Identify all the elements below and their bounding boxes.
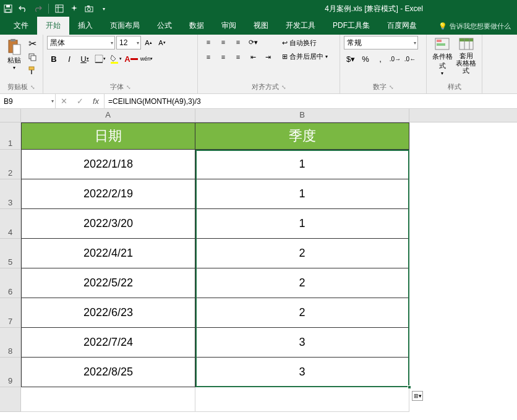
percent-format-icon[interactable]: % (359, 52, 372, 66)
col-header-b[interactable]: B (195, 109, 409, 122)
svg-rect-3 (56, 5, 63, 12)
align-bottom-icon[interactable]: ≡ (231, 36, 245, 48)
header-cell-quarter[interactable]: 季度 (195, 122, 409, 150)
tell-me-search[interactable]: 💡 告诉我您想要做什么 (432, 18, 517, 35)
tab-home[interactable]: 开始 (37, 17, 69, 35)
name-box[interactable]: B9▾ (0, 94, 56, 108)
data-cell[interactable]: 1 (195, 209, 409, 239)
tab-insert[interactable]: 插入 (69, 17, 101, 35)
row-header[interactable]: 4 (0, 209, 21, 239)
row-header[interactable]: 5 (0, 239, 21, 268)
row-header[interactable]: 8 (0, 328, 21, 358)
row-header[interactable]: 7 (0, 298, 21, 328)
decrease-indent-icon[interactable]: ⇤ (246, 51, 260, 63)
tab-baidu[interactable]: 百度网盘 (378, 17, 425, 35)
data-cell[interactable]: 2022/6/23 (21, 298, 195, 328)
data-cell[interactable]: 2 (195, 268, 409, 298)
select-all-corner[interactable] (0, 109, 21, 122)
row-header[interactable]: 6 (0, 268, 21, 298)
data-cell[interactable]: 3 (195, 328, 409, 358)
fill-handle[interactable] (408, 385, 411, 389)
data-cell[interactable]: 2022/4/21 (21, 239, 195, 268)
tab-file[interactable]: 文件 (5, 17, 37, 35)
align-center-icon[interactable]: ≡ (216, 51, 230, 63)
font-launcher-icon[interactable]: ⤡ (126, 84, 131, 90)
font-color-button[interactable]: A (124, 52, 138, 66)
alignment-launcher-icon[interactable]: ⤡ (281, 84, 286, 90)
data-cell[interactable]: 2 (195, 298, 409, 328)
align-right-icon[interactable]: ≡ (231, 51, 245, 63)
clipboard-launcher-icon[interactable]: ⤡ (30, 84, 35, 90)
italic-button[interactable]: I (62, 52, 76, 66)
font-size-combo[interactable]: 12▾ (116, 36, 141, 49)
data-cell[interactable]: 1 (195, 179, 409, 209)
data-cell[interactable]: 2022/3/20 (21, 209, 195, 239)
row-header[interactable]: 2 (0, 150, 21, 179)
tab-review[interactable]: 审阅 (213, 17, 245, 35)
cut-icon[interactable]: ✂ (26, 37, 38, 49)
conditional-format-button[interactable]: 条件格式▾ (430, 36, 455, 78)
worksheet-grid[interactable]: A B 1 日期 季度 2 2022/1/18 1 3 2022/2/19 1 … (0, 109, 517, 412)
paste-button[interactable]: 粘贴 ▾ (4, 36, 25, 78)
increase-font-icon[interactable]: A▴ (142, 36, 155, 49)
decrease-font-icon[interactable]: A▾ (156, 36, 168, 49)
number-launcher-icon[interactable]: ⤡ (389, 84, 394, 90)
increase-indent-icon[interactable]: ⇥ (261, 51, 275, 63)
align-middle-icon[interactable]: ≡ (216, 36, 230, 48)
header-cell-date[interactable]: 日期 (21, 122, 195, 150)
phonetic-button[interactable]: wén▾ (140, 52, 153, 66)
fx-icon[interactable]: fx (88, 96, 104, 106)
borders-button[interactable]: ▾ (93, 52, 107, 66)
undo-icon[interactable] (17, 3, 28, 14)
data-cell[interactable]: 2022/2/19 (21, 179, 195, 209)
autofill-options-icon[interactable]: ⊞▾ (412, 391, 423, 401)
number-format-combo[interactable]: 常规▾ (344, 36, 418, 49)
data-cell[interactable]: 2022/7/24 (21, 328, 195, 358)
font-name-combo[interactable]: 黑体▾ (47, 36, 115, 49)
camera-icon[interactable] (83, 3, 95, 14)
sparkle-icon[interactable] (69, 3, 80, 14)
quick-access-toolbar: ▾ (2, 3, 109, 14)
tab-developer[interactable]: 开发工具 (277, 17, 324, 35)
format-table-button[interactable]: 套用 表格格式 (455, 36, 479, 78)
tab-pdf[interactable]: PDF工具集 (324, 17, 378, 35)
data-cell[interactable]: 2022/8/25 (21, 358, 195, 387)
data-cell[interactable]: 1 (195, 150, 409, 179)
qat-customize-icon[interactable]: ▾ (98, 3, 109, 14)
data-cell[interactable]: 2022/5/22 (21, 268, 195, 298)
row-header-blank[interactable] (0, 387, 21, 412)
data-cell[interactable]: 3 (195, 358, 409, 387)
copy-icon[interactable] (26, 51, 38, 63)
save-icon[interactable] (2, 3, 14, 14)
fill-color-button[interactable]: ▾ (109, 52, 122, 66)
merge-center-button[interactable]: ⊞合并后居中▾ (278, 49, 331, 63)
formula-input[interactable]: =CEILING(MONTH(A9),3)/3 (105, 94, 517, 108)
enter-formula-icon[interactable]: ✓ (72, 96, 88, 106)
wrap-text-button[interactable]: ↩自动换行 (278, 36, 331, 49)
increase-decimal-icon[interactable]: .0→ (388, 52, 402, 66)
underline-button[interactable]: U▾ (78, 52, 92, 66)
tab-view[interactable]: 视图 (245, 17, 277, 35)
data-cell[interactable]: 2 (195, 239, 409, 268)
tab-data[interactable]: 数据 (181, 17, 213, 35)
col-header-blank[interactable] (409, 109, 517, 122)
orientation-icon[interactable]: ⟳▾ (246, 36, 260, 48)
cancel-formula-icon[interactable]: ✕ (56, 96, 72, 106)
col-header-a[interactable]: A (21, 109, 195, 122)
accounting-format-icon[interactable]: $▾ (344, 52, 357, 66)
data-cell[interactable]: 2022/1/18 (21, 150, 195, 179)
svg-rect-8 (87, 6, 90, 7)
row-header[interactable]: 1 (0, 122, 21, 150)
align-top-icon[interactable]: ≡ (202, 36, 215, 48)
align-left-icon[interactable]: ≡ (202, 51, 215, 63)
tab-page-layout[interactable]: 页面布局 (101, 17, 148, 35)
form-icon[interactable] (54, 3, 65, 14)
redo-icon[interactable] (32, 3, 43, 14)
row-header[interactable]: 3 (0, 179, 21, 209)
row-header[interactable]: 9 (0, 358, 21, 387)
format-painter-icon[interactable] (26, 64, 38, 77)
decrease-decimal-icon[interactable]: .0← (403, 52, 417, 66)
tab-formulas[interactable]: 公式 (148, 17, 181, 35)
bold-button[interactable]: B (47, 52, 61, 66)
comma-format-icon[interactable]: , (374, 52, 387, 66)
